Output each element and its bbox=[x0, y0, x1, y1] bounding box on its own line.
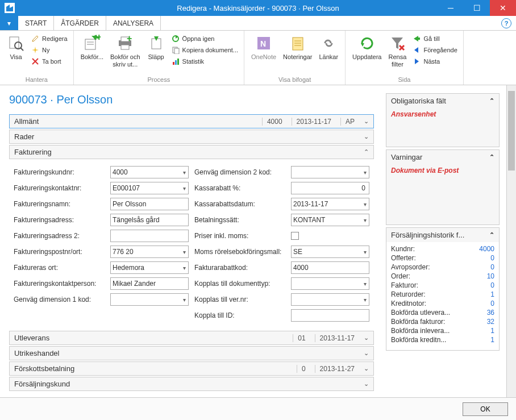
svg-rect-18 bbox=[174, 48, 179, 54]
priser-inkl-moms-checkbox[interactable] bbox=[291, 232, 299, 240]
kopplas-vernr-select[interactable] bbox=[291, 293, 369, 306]
chevron-down-icon: ⌄ bbox=[364, 350, 369, 357]
hist-row[interactable]: Offerter:0 bbox=[391, 253, 494, 263]
visa-button[interactable]: Visa bbox=[3, 32, 28, 75]
post-icon: + bbox=[83, 34, 101, 52]
fakturering-ort-select[interactable]: Hedemora bbox=[110, 261, 189, 274]
fakturering-kontaktnr-select[interactable]: E000107 bbox=[110, 182, 189, 194]
accordion-utrikeshandel[interactable]: Utrikeshandel ⌄ bbox=[9, 346, 374, 360]
tab-start[interactable]: START bbox=[18, 16, 54, 30]
redigera-button[interactable]: Redigera bbox=[28, 33, 70, 44]
onenote-button[interactable]: N OneNote bbox=[248, 32, 280, 75]
warning-ansvarsenhet: Ansvarsenhet bbox=[391, 110, 494, 118]
sparkle-icon bbox=[31, 45, 40, 55]
panel-obligatoriska: Obligatoriska fält⌃ Ansvarsenhet bbox=[386, 93, 500, 147]
svg-marker-8 bbox=[91, 36, 95, 39]
chevron-up-icon: ⌃ bbox=[364, 148, 369, 156]
tabort-button[interactable]: Ta bort bbox=[28, 56, 70, 67]
hist-row[interactable]: Avropsorder:0 bbox=[391, 263, 494, 272]
betalningssatt-select[interactable]: KONTANT bbox=[291, 214, 369, 226]
filter-icon bbox=[388, 34, 406, 52]
window-title: Redigera - Maskinsäljorder - 900073 · Pe… bbox=[177, 4, 339, 13]
kassarabatt-input[interactable]: 0 bbox=[291, 182, 369, 194]
kopplas-dokumenttyp-select[interactable] bbox=[291, 277, 369, 290]
magnifier-icon bbox=[7, 34, 25, 52]
hist-row[interactable]: Bokförda kreditn...1 bbox=[391, 335, 494, 344]
hist-row[interactable]: Returorder:1 bbox=[391, 290, 494, 299]
file-menu-button[interactable]: ▾ bbox=[0, 16, 18, 30]
fakturering-postnr-select[interactable]: 776 20 bbox=[110, 246, 189, 258]
accordion-forsaljningskund[interactable]: Försäljningskund ⌄ bbox=[9, 377, 374, 391]
dimension2-select[interactable] bbox=[291, 166, 369, 178]
uppdatera-button[interactable]: Uppdatera bbox=[349, 32, 385, 75]
svg-rect-19 bbox=[173, 62, 174, 65]
oppna-igen-button[interactable]: Öppna igen bbox=[169, 33, 240, 44]
bokfor-button[interactable]: + Bokför... bbox=[77, 32, 107, 75]
minimize-button[interactable]: ─ bbox=[438, 0, 464, 16]
statistik-button[interactable]: Statistik bbox=[169, 56, 240, 67]
accordion-allmant[interactable]: Allmänt 40002013-11-17AP ⌄ bbox=[9, 114, 374, 128]
menubar: ▾ START ÅTGÄRDER ANALYSERA ? bbox=[0, 16, 516, 31]
gatill-button[interactable]: Gå till bbox=[410, 33, 459, 44]
panel-varningar: Varningar⌃ Dokument via E-post bbox=[386, 149, 500, 225]
close-button[interactable]: ✕ bbox=[490, 0, 516, 16]
noteringar-button[interactable]: Noteringar bbox=[280, 32, 315, 75]
koppla-id-input[interactable] bbox=[291, 309, 369, 322]
lankar-button[interactable]: Länkar bbox=[315, 32, 342, 75]
reopen-icon bbox=[171, 34, 180, 43]
ny-button[interactable]: Ny bbox=[28, 44, 70, 56]
panel-forsaljningshistorik: Försäljningshistorik f...⌃ Kundnr:4000Of… bbox=[386, 227, 500, 351]
svg-marker-28 bbox=[361, 43, 364, 47]
svg-rect-12 bbox=[121, 45, 129, 49]
hist-row[interactable]: Kundnr:4000 bbox=[391, 244, 494, 253]
moms-mall-select[interactable]: SE bbox=[291, 246, 369, 258]
fakturering-kontaktperson-input[interactable]: Mikael Zander bbox=[110, 277, 189, 290]
rensa-filter-button[interactable]: Rensa filter bbox=[385, 32, 410, 75]
svg-rect-20 bbox=[175, 60, 177, 65]
accordion-forskott[interactable]: Förskottsbetalning 02013-11-27 ⌄ bbox=[9, 361, 374, 376]
warning-epost: Dokument via E-post bbox=[391, 167, 494, 174]
chevron-down-icon: ⌄ bbox=[364, 380, 369, 388]
link-icon bbox=[319, 34, 338, 52]
svg-text:+: + bbox=[127, 35, 132, 43]
accordion-utleverans[interactable]: Utleverans 012013-11-17 ⌄ bbox=[9, 331, 374, 345]
tab-atgarder[interactable]: ÅTGÄRDER bbox=[54, 16, 106, 30]
bokfor-skriv-button[interactable]: + Bokför och skriv ut... bbox=[107, 32, 144, 75]
svg-line-2 bbox=[20, 48, 23, 51]
hist-row[interactable]: Order:10 bbox=[391, 272, 494, 281]
hist-row[interactable]: Bokförda utlevera...36 bbox=[391, 308, 494, 317]
nasta-button[interactable]: Nästa bbox=[410, 56, 459, 67]
fakturering-adress-input[interactable]: Tängelsås gård bbox=[110, 214, 189, 226]
hist-row[interactable]: Bokförda fakturor:32 bbox=[391, 317, 494, 326]
help-button[interactable]: ? bbox=[501, 18, 511, 28]
side-panel: Obligatoriska fält⌃ Ansvarsenhet Varning… bbox=[384, 85, 506, 397]
record-header: 900073 · Per Olsson bbox=[9, 93, 384, 106]
svg-text:N: N bbox=[260, 39, 266, 48]
chevron-down-icon: ⌄ bbox=[364, 334, 369, 342]
tab-analysera[interactable]: ANALYSERA bbox=[106, 16, 161, 30]
slapp-button[interactable]: Släpp bbox=[144, 32, 169, 75]
onenote-icon: N bbox=[255, 34, 273, 52]
next-icon bbox=[412, 57, 421, 66]
fakturarabatt-input[interactable]: 4000 bbox=[291, 261, 369, 274]
vertical-scrollbar[interactable] bbox=[506, 85, 516, 397]
notes-icon bbox=[289, 34, 307, 52]
accordion-fakturering[interactable]: Fakturering ⌃ bbox=[9, 145, 374, 159]
ok-button[interactable]: OK bbox=[463, 402, 508, 416]
kassarabatt-datum-select[interactable]: 2013-11-17 bbox=[291, 198, 369, 210]
foregaende-button[interactable]: Föregående bbox=[410, 44, 459, 56]
fakturering-adress2-input[interactable] bbox=[110, 230, 189, 242]
dimension1-select[interactable] bbox=[110, 293, 189, 306]
maximize-button[interactable]: ☐ bbox=[464, 0, 490, 16]
hist-row[interactable]: Kreditnotor:0 bbox=[391, 299, 494, 308]
hist-row[interactable]: Bokförda inlevera...1 bbox=[391, 326, 494, 335]
kopiera-button[interactable]: Kopiera dokument... bbox=[169, 44, 240, 56]
app-icon bbox=[5, 3, 15, 13]
delete-icon bbox=[31, 57, 40, 66]
accordion-rader[interactable]: Rader ⌄ bbox=[9, 130, 374, 144]
hist-row[interactable]: Fakturor:0 bbox=[391, 281, 494, 290]
chevron-up-icon: ⌃ bbox=[489, 97, 494, 105]
scrollbar-thumb[interactable] bbox=[508, 91, 515, 171]
fakturering-namn-input[interactable]: Per Olsson bbox=[110, 198, 189, 210]
fakturering-kundnr-select[interactable]: 4000 bbox=[110, 166, 189, 178]
